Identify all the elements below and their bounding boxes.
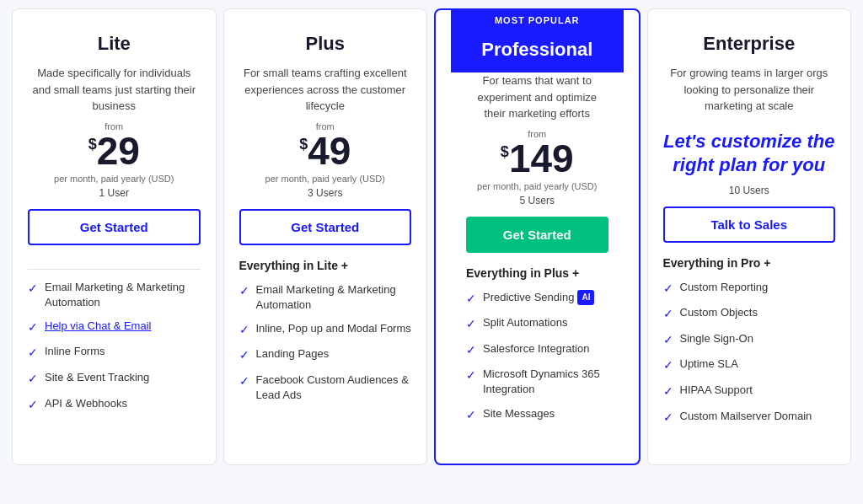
pricing-container: LiteMade specifically for individuals an…	[8, 8, 855, 465]
section-header-professional: Everything in Plus +	[466, 266, 608, 280]
feature-text-enterprise-4: HIPAA Support	[680, 383, 753, 398]
price-row-professional: $149	[466, 139, 608, 178]
plan-card-lite: LiteMade specifically for individuals an…	[12, 8, 217, 465]
feature-text-plus-3: Facebook Custom Audiences & Lead Ads	[256, 373, 412, 403]
list-item: ✓Inline Forms	[28, 344, 201, 362]
list-item: ✓Site & Event Tracking	[28, 370, 201, 388]
list-item: ✓Facebook Custom Audiences & Lead Ads	[239, 373, 412, 403]
checkmark-icon: ✓	[239, 322, 249, 339]
price-dollar-lite: $	[88, 137, 97, 152]
section-header-enterprise: Everything in Pro +	[663, 256, 836, 270]
feature-text-professional-0: Predictive SendingAI	[483, 290, 594, 306]
plan-description-professional: For teams that want to experiment and op…	[466, 72, 608, 122]
cta-button-professional[interactable]: Get Started	[466, 217, 608, 253]
checkmark-icon: ✓	[466, 342, 476, 359]
list-item: ✓Salesforce Integration	[466, 341, 608, 359]
popular-banner: MOST POPULAR	[451, 10, 624, 30]
feature-text-lite-2: Inline Forms	[45, 344, 105, 359]
price-dollar-professional: $	[501, 144, 509, 159]
checkmark-icon: ✓	[663, 357, 673, 374]
checkmark-icon: ✓	[663, 332, 673, 349]
list-item: ✓HIPAA Support	[663, 383, 836, 400]
feature-text-professional-4: Site Messages	[483, 406, 555, 421]
plan-description-plus: For small teams crafting excellent exper…	[239, 65, 412, 115]
cta-button-enterprise[interactable]: Talk to Sales	[663, 206, 836, 243]
list-item: ✓Microsoft Dynamics 365 Integration	[466, 367, 608, 397]
checkmark-icon: ✓	[239, 373, 249, 390]
ai-badge: AI	[577, 290, 594, 305]
price-period-plus: per month, paid yearly (USD)	[239, 174, 412, 184]
list-item: ✓Email Marketing & Marketing Automation	[28, 280, 201, 310]
list-item: ✓Email Marketing & Marketing Automation	[239, 282, 412, 313]
enterprise-custom-price: Let's customize the right plan for you	[663, 130, 836, 178]
feature-list-lite: ✓Email Marketing & Marketing Automation✓…	[28, 280, 201, 422]
users-count-enterprise: 10 Users	[663, 185, 836, 196]
list-item: ✓Single Sign-On	[663, 331, 836, 349]
feature-text-lite-1: Help via Chat & Email	[45, 319, 151, 334]
checkmark-icon: ✓	[466, 367, 476, 384]
list-item: ✓Inline, Pop up and Modal Forms	[239, 321, 412, 339]
checkmark-icon: ✓	[466, 407, 476, 424]
feature-text-professional-3: Microsoft Dynamics 365 Integration	[483, 367, 608, 397]
plan-name-plus: Plus	[239, 33, 412, 55]
price-period-lite: per month, paid yearly (USD)	[28, 174, 201, 184]
feature-text-enterprise-1: Custom Objects	[680, 305, 758, 320]
feature-list-plus: ✓Email Marketing & Marketing Automation✓…	[239, 282, 412, 412]
plan-body-plus: For small teams crafting excellent exper…	[239, 65, 412, 448]
plan-card-enterprise: EnterpriseFor growing teams in larger or…	[647, 8, 852, 465]
section-header-plus: Everything in Lite +	[239, 259, 412, 272]
price-section-professional: from$149per month, paid yearly (USD)	[466, 129, 608, 191]
plan-name-enterprise: Enterprise	[663, 33, 836, 55]
users-count-lite: 1 User	[28, 187, 201, 199]
price-section-plus: from$49per month, paid yearly (USD)	[239, 121, 412, 184]
users-count-professional: 5 Users	[466, 195, 608, 206]
cta-button-lite[interactable]: Get Started	[28, 209, 201, 245]
checkmark-icon: ✓	[663, 306, 673, 323]
feature-text-plus-2: Landing Pages	[256, 346, 330, 362]
list-item: ✓Predictive SendingAI	[466, 290, 608, 308]
checkmark-icon: ✓	[28, 319, 38, 336]
feature-link-lite-1[interactable]: Help via Chat & Email	[45, 319, 151, 332]
price-amount-professional: 149	[509, 139, 574, 178]
price-row-lite: $29	[28, 131, 201, 170]
feature-text-plus-0: Email Marketing & Marketing Automation	[256, 282, 412, 313]
price-amount-plus: 49	[308, 131, 351, 170]
checkmark-icon: ✓	[28, 371, 38, 388]
list-item: ✓Landing Pages	[239, 346, 412, 364]
feature-list-professional: ✓Predictive SendingAI✓Split Automations✓…	[466, 290, 608, 432]
checkmark-icon: ✓	[663, 281, 673, 298]
feature-text-lite-0: Email Marketing & Marketing Automation	[45, 280, 201, 310]
feature-text-lite-3: Site & Event Tracking	[45, 370, 149, 385]
feature-text-professional-1: Split Automations	[483, 315, 567, 330]
price-amount-lite: 29	[97, 131, 140, 170]
price-dollar-plus: $	[299, 137, 308, 152]
popular-name-wrap: Professional	[451, 30, 624, 72]
checkmark-icon: ✓	[466, 316, 476, 333]
cta-button-plus[interactable]: Get Started	[239, 209, 412, 245]
price-section-lite: from$29per month, paid yearly (USD)	[28, 121, 201, 184]
feature-text-plus-1: Inline, Pop up and Modal Forms	[256, 321, 411, 336]
checkmark-icon: ✓	[239, 347, 249, 364]
list-item: ✓Custom Objects	[663, 305, 836, 323]
list-item: ✓Help via Chat & Email	[28, 319, 201, 336]
feature-list-enterprise: ✓Custom Reporting✓Custom Objects✓Single …	[663, 280, 836, 435]
list-item: ✓Site Messages	[466, 406, 608, 424]
price-row-plus: $49	[239, 131, 412, 170]
feature-text-professional-2: Salesforce Integration	[483, 341, 589, 357]
plan-body-enterprise: For growing teams in larger orgs looking…	[663, 65, 836, 448]
plan-card-professional: MOST POPULARProfessionalFor teams that w…	[434, 8, 641, 465]
plan-body-lite: Made specifically for individuals and sm…	[28, 65, 201, 448]
users-count-plus: 3 Users	[239, 187, 412, 199]
feature-text-lite-4: API & Webhooks	[45, 396, 127, 411]
checkmark-icon: ✓	[466, 291, 476, 308]
plan-body-professional: For teams that want to experiment and op…	[451, 72, 624, 447]
feature-text-enterprise-2: Single Sign-On	[680, 331, 753, 346]
list-item: ✓Split Automations	[466, 315, 608, 333]
plan-card-plus: PlusFor small teams crafting excellent e…	[223, 8, 428, 465]
checkmark-icon: ✓	[663, 410, 673, 426]
list-item: ✓API & Webhooks	[28, 396, 201, 414]
plan-name-professional: Professional	[466, 39, 608, 61]
plan-name-lite: Lite	[28, 33, 201, 55]
list-item: ✓Custom Reporting	[663, 280, 836, 298]
feature-text-enterprise-0: Custom Reporting	[680, 280, 769, 295]
